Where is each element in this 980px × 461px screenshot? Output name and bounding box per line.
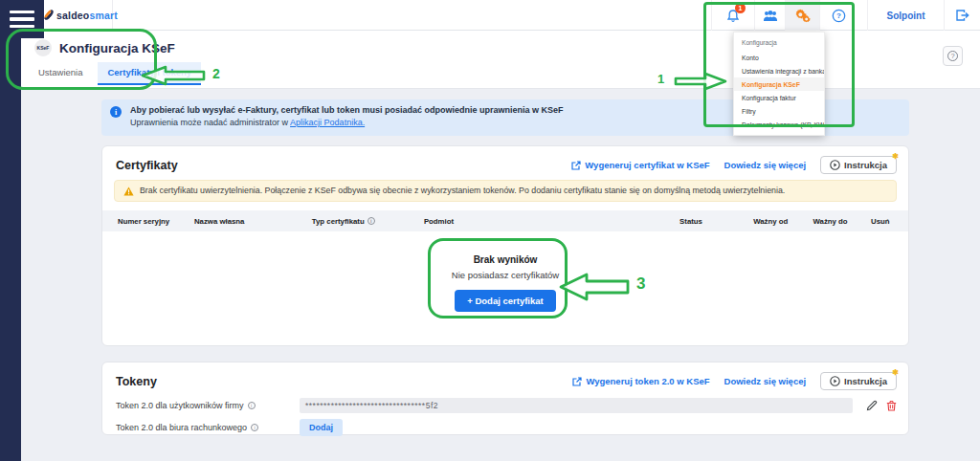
notification-badge: 1 xyxy=(735,3,746,13)
cogs-icon xyxy=(793,8,812,24)
empty-state-title: Brak wyników xyxy=(474,254,538,265)
play-circle-icon xyxy=(830,376,840,386)
user-account-button[interactable]: Solpoint xyxy=(867,0,944,31)
col-wazny-do: Ważny do xyxy=(813,217,871,226)
settings-button[interactable] xyxy=(785,0,819,31)
token-info-icon[interactable] xyxy=(248,402,256,409)
help-icon: ? xyxy=(832,9,846,23)
menu-item-konfiguracja-ksef[interactable]: Konfiguracja KSeF xyxy=(734,77,824,91)
aplikacja-podatnika-link[interactable]: Aplikacji Podatnika. xyxy=(290,118,365,127)
ksef-badge-icon: KSeF xyxy=(34,39,52,56)
topbar-actions: 1 ? Solpoint xyxy=(711,0,980,31)
menu-header: Konfiguracja xyxy=(734,35,824,51)
external-link-icon xyxy=(571,161,581,170)
certificates-warning-banner: Brak certyfikatu uwierzytelnienia. Połąc… xyxy=(114,180,897,202)
info-icon xyxy=(110,106,122,118)
svg-text:?: ? xyxy=(836,11,841,20)
generate-certificate-link[interactable]: Wygeneruj certyfikat w KSeF xyxy=(571,160,709,170)
logout-button[interactable] xyxy=(944,0,980,31)
tokens-learn-more-link[interactable]: Dowiedz się więcej xyxy=(724,376,807,386)
certificates-empty-state: Brak wyników Nie posiadasz certyfikatów … xyxy=(102,254,908,312)
token-row-accounting: Token 2.0 dla biura rachunkowego Dodaj xyxy=(102,419,908,436)
col-wazny-od: Ważny od xyxy=(753,217,813,226)
certificates-card: Certyfikaty Wygeneruj certyfikat w KSeF … xyxy=(101,145,909,346)
certificates-table-header: Numer seryjny Nazwa własna Typ certyfika… xyxy=(102,210,908,231)
token-accounting-label: Token 2.0 dla biura rachunkowego xyxy=(116,423,300,432)
tokens-card: Tokeny Wygeneruj token 2.0 w KSeF Dowied… xyxy=(101,362,909,435)
col-usun: Usuń xyxy=(871,217,908,226)
tab-bar: Ustawienia Certyfikaty i tokeny xyxy=(21,62,980,85)
token-info-icon[interactable] xyxy=(251,424,258,431)
menu-item-dokumenty-kasowe[interactable]: Dokumenty kasowe (KP, KW) xyxy=(734,118,824,131)
page-help-button[interactable] xyxy=(943,46,963,66)
sidebar-strip xyxy=(0,0,21,461)
add-certificate-button[interactable]: + Dodaj certyfikat xyxy=(455,290,555,312)
column-info-icon[interactable] xyxy=(368,217,375,225)
tab-ustawienia[interactable]: Ustawienia xyxy=(29,62,92,85)
people-icon xyxy=(763,10,778,22)
pencil-icon[interactable] xyxy=(866,400,878,411)
certificates-warning-text: Brak certyfikatu uwierzytelnienia. Połąc… xyxy=(140,186,785,196)
tokens-instruction-button[interactable]: Instrukcja xyxy=(820,372,897,390)
trash-icon[interactable] xyxy=(886,400,897,411)
add-accounting-token-button[interactable]: Dodaj xyxy=(300,419,343,436)
users-button[interactable] xyxy=(754,0,785,31)
notifications-button[interactable]: 1 xyxy=(711,0,754,31)
logout-icon xyxy=(955,9,969,22)
configuration-dropdown-menu: Konfiguracja Konto Ustawienia integracji… xyxy=(733,32,825,136)
menu-item-konfiguracja-faktur[interactable]: Konfiguracja faktur xyxy=(734,91,824,104)
col-nazwa-wlasna: Nazwa własna xyxy=(194,217,312,226)
new-feature-star-icon xyxy=(892,152,899,161)
generate-token-link[interactable]: Wygeneruj token 2.0 w KSeF xyxy=(572,376,709,386)
col-numer-seryjny: Numer seryjny xyxy=(118,217,194,226)
col-status: Status xyxy=(679,217,753,226)
token-company-value: *********************************5f2 xyxy=(300,398,853,413)
external-link-icon xyxy=(572,377,582,386)
page-title: Konfiguracja KSeF xyxy=(59,41,175,55)
new-feature-star-icon xyxy=(892,368,899,377)
saldeo-logo-icon xyxy=(43,9,56,22)
menu-item-filtry[interactable]: Filtry xyxy=(734,104,824,118)
logo-text: saldeosmart xyxy=(56,10,118,21)
certificates-instruction-button[interactable]: Instrukcja xyxy=(820,156,897,174)
warning-icon xyxy=(123,187,134,196)
col-podmiot: Podmiot xyxy=(424,217,679,226)
col-typ-certyfikatu: Typ certyfikatu xyxy=(312,217,424,226)
hamburger-icon xyxy=(10,11,34,14)
token-row-company: Token 2.0 dla użytkowników firmy *******… xyxy=(102,398,908,413)
certificates-title: Certyfikaty xyxy=(116,159,178,172)
top-bar: saldeosmart 1 xyxy=(21,0,980,31)
certificates-learn-more-link[interactable]: Dowiedz się więcej xyxy=(724,160,807,170)
token-company-label: Token 2.0 dla użytkowników firmy xyxy=(116,401,300,410)
menu-item-konto[interactable]: Konto xyxy=(734,51,824,64)
menu-item-ustawienia-integracji[interactable]: Ustawienia integracji z bankami xyxy=(734,64,824,77)
question-icon xyxy=(947,51,958,61)
play-circle-icon xyxy=(830,160,840,170)
app-window: saldeosmart 1 xyxy=(0,0,980,461)
empty-state-subtitle: Nie posiadasz certyfikatów xyxy=(452,270,559,280)
tab-certyfikaty-i-tokeny[interactable]: Certyfikaty i tokeny xyxy=(98,62,201,85)
header-help-button[interactable]: ? xyxy=(819,0,858,31)
tokens-title: Tokeny xyxy=(116,375,157,388)
page-header: KSeF Konfiguracja KSeF Ustawienia Certyf… xyxy=(21,31,980,89)
hamburger-menu-button[interactable] xyxy=(0,0,44,38)
